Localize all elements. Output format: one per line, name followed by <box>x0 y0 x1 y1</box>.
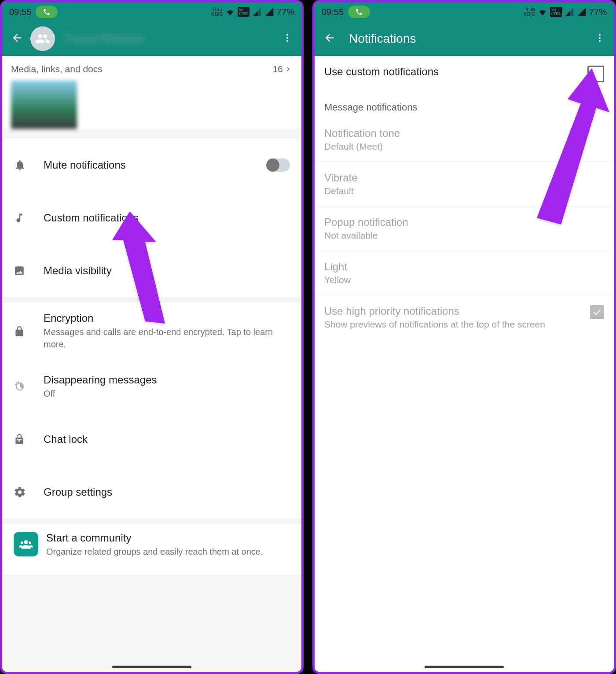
back-button[interactable] <box>7 28 27 49</box>
popup-row[interactable]: Popup notification Not available <box>315 206 614 251</box>
custom-notifications-row[interactable]: Custom notifications <box>2 192 301 244</box>
back-button[interactable] <box>320 28 339 49</box>
overflow-menu-button[interactable] <box>591 29 609 48</box>
mute-notifications-row[interactable]: Mute notifications <box>2 139 301 192</box>
svg-point-7 <box>599 37 601 39</box>
status-time: 09:55 <box>322 7 344 17</box>
light-sub: Yellow <box>324 275 604 285</box>
gesture-bar <box>112 666 191 668</box>
tone-label: Notification tone <box>324 127 604 140</box>
highprio-label: Use high priority notifications <box>324 305 585 317</box>
encryption-sub: Messages and calls are end-to-end encryp… <box>44 326 290 350</box>
volte-icon: VoLTE2 <box>238 7 249 17</box>
chat-lock-label: Chat lock <box>44 433 290 446</box>
app-bar: Notifications <box>315 22 614 56</box>
timer-icon <box>14 380 31 393</box>
battery-text: 77% <box>277 7 294 17</box>
svg-point-6 <box>599 34 601 36</box>
use-custom-label: Use custom notifications <box>324 66 582 78</box>
chevron-right-icon <box>284 65 293 74</box>
page-title: Notifications <box>349 32 416 46</box>
volte-icon: VoLTE2 <box>550 7 562 17</box>
message-notifications-header: Message notifications <box>315 92 614 118</box>
svg-point-3 <box>15 384 16 385</box>
vibrate-row[interactable]: Vibrate Default <box>315 162 614 206</box>
highprio-sub: Show previews of notifications at the to… <box>324 319 585 330</box>
chat-lock-icon <box>14 434 31 445</box>
battery-text: 77% <box>589 7 607 17</box>
app-bar: Travel Website <box>2 22 301 56</box>
light-label: Light <box>324 261 604 273</box>
music-note-icon <box>14 212 31 224</box>
status-bar: 09:55 0.11KB/S VoLTE2 77% <box>2 2 301 22</box>
phone-left: 09:55 0.11KB/S VoLTE2 77% Travel Website <box>0 0 304 674</box>
group-title[interactable]: Travel Website <box>63 32 144 46</box>
tone-sub: Default (Meet) <box>324 141 604 152</box>
start-community-row[interactable]: Start a community Organize related group… <box>2 524 301 575</box>
media-header-label: Media, links, and docs <box>11 64 103 74</box>
svg-point-2 <box>286 40 288 42</box>
svg-point-5 <box>18 382 18 383</box>
community-icon <box>14 532 38 556</box>
group-avatar-icon[interactable] <box>30 26 55 51</box>
signal-icon <box>565 7 574 17</box>
community-label: Start a community <box>46 532 290 544</box>
high-priority-checkbox[interactable] <box>590 305 604 319</box>
wifi-icon <box>225 7 235 17</box>
media-links-docs-row[interactable]: Media, links, and docs 16 <box>2 56 301 81</box>
media-visibility-row[interactable]: Media visibility <box>2 244 301 297</box>
call-pill-icon <box>348 6 370 18</box>
bell-icon <box>14 159 31 171</box>
high-priority-row[interactable]: Use high priority notifications Show pre… <box>315 295 614 339</box>
chat-lock-row[interactable]: Chat lock <box>2 413 301 466</box>
content-area: Use custom notifications Message notific… <box>315 56 614 672</box>
vibrate-label: Vibrate <box>324 172 604 184</box>
light-row[interactable]: Light Yellow <box>315 251 614 295</box>
disappearing-sub: Off <box>44 387 290 400</box>
use-custom-notifications-row[interactable]: Use custom notifications <box>315 56 614 92</box>
status-bar: 09:55 4.00KB/S VoLTE2 77% <box>315 2 614 22</box>
popup-sub: Not available <box>324 230 604 241</box>
svg-point-8 <box>599 40 601 42</box>
media-thumbnail[interactable] <box>11 81 77 129</box>
media-count: 16 <box>273 64 283 74</box>
gesture-bar <box>425 666 504 668</box>
mute-toggle[interactable] <box>266 158 290 172</box>
phone-right: 09:55 4.00KB/S VoLTE2 77% Notifications … <box>312 0 616 674</box>
notification-tone-row[interactable]: Notification tone Default (Meet) <box>315 118 614 162</box>
vibrate-sub: Default <box>324 186 604 196</box>
svg-point-0 <box>286 34 288 36</box>
content-area: Media, links, and docs 16 Mute notificat… <box>2 56 301 672</box>
call-pill-icon <box>36 6 58 18</box>
status-time: 09:55 <box>9 7 31 17</box>
svg-point-1 <box>286 37 288 39</box>
encryption-label: Encryption <box>44 312 290 324</box>
use-custom-checkbox[interactable] <box>587 66 604 82</box>
overflow-menu-button[interactable] <box>279 29 296 48</box>
signal-icon <box>252 7 262 17</box>
custom-notif-label: Custom notifications <box>44 212 290 224</box>
lock-icon <box>14 326 31 337</box>
mute-label: Mute notifications <box>44 159 266 171</box>
disappearing-messages-row[interactable]: Disappearing messages Off <box>2 360 301 413</box>
gear-icon <box>14 486 31 498</box>
signal-icon-2 <box>264 7 274 17</box>
community-sub: Organize related groups and easily reach… <box>46 545 290 558</box>
media-vis-label: Media visibility <box>44 265 290 277</box>
group-settings-label: Group settings <box>44 486 290 498</box>
encryption-row[interactable]: Encryption Messages and calls are end-to… <box>2 302 301 360</box>
disappearing-label: Disappearing messages <box>44 374 290 386</box>
signal-icon-2 <box>577 7 587 17</box>
popup-label: Popup notification <box>324 216 604 228</box>
group-settings-row[interactable]: Group settings <box>2 466 301 519</box>
svg-point-4 <box>16 383 17 383</box>
image-icon <box>14 265 31 276</box>
wifi-icon <box>538 7 547 17</box>
